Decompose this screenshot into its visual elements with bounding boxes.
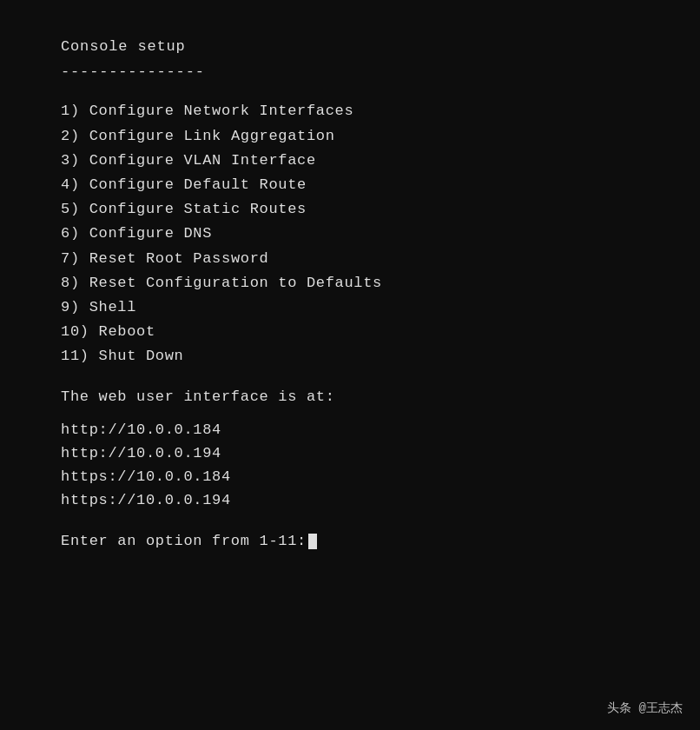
separator: --------------- [61, 60, 639, 83]
menu-item-4-label: Configure Default Route [89, 176, 307, 193]
menu-list: 1) Configure Network Interfaces 2) Confi… [61, 99, 639, 368]
menu-item-1-number: 1) [61, 103, 89, 119]
menu-item-2-label: Configure Link Aggregation [89, 128, 335, 144]
url-2: http://10.0.0.194 [61, 441, 639, 465]
menu-item-1[interactable]: 1) Configure Network Interfaces [61, 99, 639, 123]
terminal: Console setup --------------- 1) Configu… [0, 0, 700, 730]
url-3: https://10.0.0.184 [61, 465, 639, 488]
url-list: http://10.0.0.184 http://10.0.0.194 http… [61, 418, 639, 513]
menu-item-11[interactable]: 11) Shut Down [61, 344, 639, 368]
console-title: Console setup [61, 35, 639, 58]
menu-item-7[interactable]: 7) Reset Root Password [61, 247, 639, 270]
screen-container: Console setup --------------- 1) Configu… [0, 0, 700, 730]
menu-item-5-number: 5) [61, 201, 89, 217]
watermark: 头条 @王志杰 [607, 699, 683, 718]
menu-item-11-label: Shut Down [99, 348, 184, 364]
menu-item-10-number: 10) [61, 323, 99, 340]
menu-item-9[interactable]: 9) Shell [61, 295, 639, 319]
menu-item-4[interactable]: 4) Configure Default Route [61, 173, 639, 196]
menu-item-8-label: Reset Configuration to Defaults [89, 275, 382, 291]
cursor-block [308, 534, 317, 549]
prompt-line[interactable]: Enter an option from 1-11: [61, 529, 639, 553]
url-4: https://10.0.0.194 [61, 488, 639, 512]
menu-item-7-label: Reset Root Password [89, 250, 269, 267]
menu-item-10-label: Reboot [99, 323, 155, 340]
menu-item-5[interactable]: 5) Configure Static Routes [61, 197, 639, 221]
menu-item-11-number: 11) [61, 348, 99, 364]
url-1: http://10.0.0.184 [61, 418, 639, 441]
menu-item-3-label: Configure VLAN Interface [89, 152, 316, 169]
menu-item-2[interactable]: 2) Configure Link Aggregation [61, 124, 639, 148]
menu-item-7-number: 7) [61, 250, 89, 267]
menu-item-2-number: 2) [61, 128, 89, 144]
menu-item-8-number: 8) [61, 275, 89, 291]
menu-item-9-number: 9) [61, 299, 89, 315]
web-interface-label: The web user interface is at: [61, 385, 639, 408]
menu-item-10[interactable]: 10) Reboot [61, 320, 639, 343]
menu-item-9-label: Shell [89, 299, 136, 315]
menu-item-6-label: Configure DNS [89, 225, 212, 242]
menu-item-6-number: 6) [61, 225, 89, 242]
menu-item-3-number: 3) [61, 152, 89, 169]
menu-item-4-number: 4) [61, 176, 89, 193]
menu-item-8[interactable]: 8) Reset Configuration to Defaults [61, 271, 639, 295]
prompt-text: Enter an option from 1-11: [61, 529, 307, 553]
menu-item-5-label: Configure Static Routes [89, 201, 307, 217]
menu-item-1-label: Configure Network Interfaces [89, 103, 354, 119]
menu-item-3[interactable]: 3) Configure VLAN Interface [61, 149, 639, 172]
menu-item-6[interactable]: 6) Configure DNS [61, 222, 639, 245]
